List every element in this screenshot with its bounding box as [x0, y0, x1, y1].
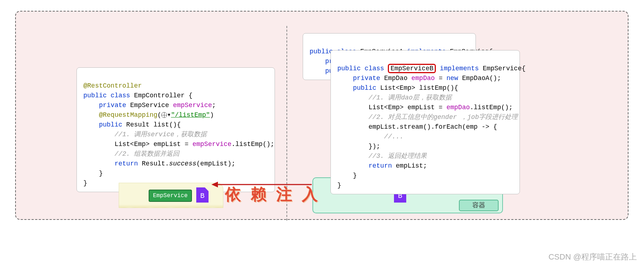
- bean-b-file-left: B: [196, 187, 209, 203]
- globe-icon: [161, 112, 167, 118]
- diagram-frame: @RestController public class EmpControll…: [15, 11, 628, 220]
- code-service-b: public class EmpServiceB implements EmpS…: [330, 50, 520, 194]
- watermark: CSDN @程序喵正在路上: [548, 252, 637, 262]
- container-label: 容器: [459, 200, 499, 211]
- code-controller: @RestController public class EmpControll…: [76, 67, 275, 192]
- empservice-chip: EmpService: [149, 190, 192, 202]
- label-dependency-injection: 依 赖 注 入: [225, 184, 321, 205]
- annotation-restcontroller: @RestController: [83, 82, 142, 89]
- highlight-class-name: EmpServiceB: [388, 64, 436, 73]
